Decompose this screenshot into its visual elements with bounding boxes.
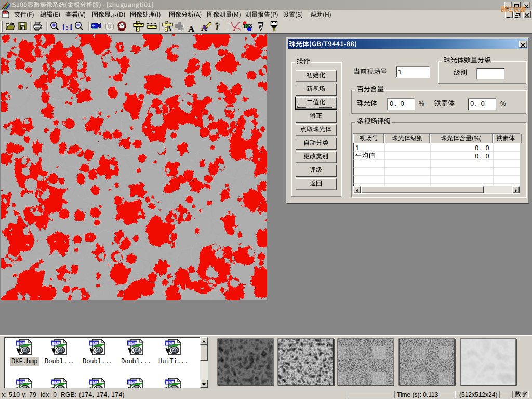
svg-text:1:1: 1:1	[61, 22, 73, 32]
svg-text:?: ?	[215, 21, 220, 32]
svg-text:DOC: DOC	[4, 12, 8, 14]
svg-text:A: A	[167, 24, 172, 32]
svg-text:A: A	[188, 24, 195, 34]
svg-text:3: 3	[249, 23, 252, 29]
